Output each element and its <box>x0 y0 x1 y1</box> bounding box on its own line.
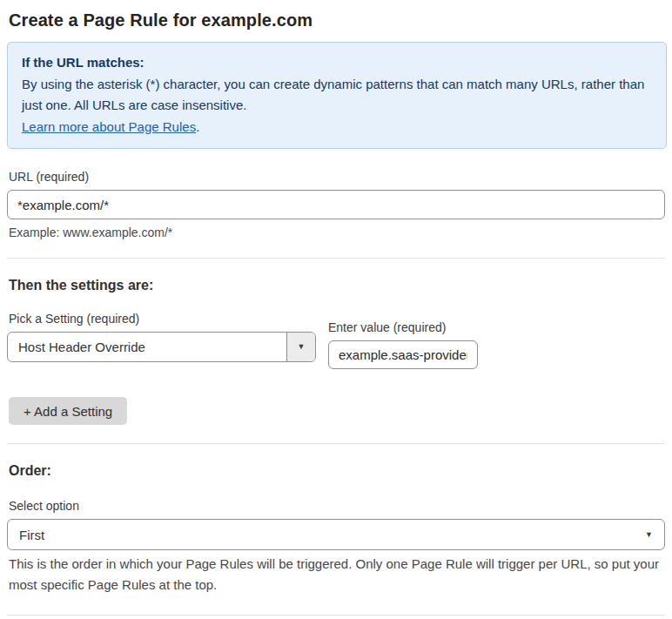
pick-setting-column: Pick a Setting (required) Host Header Ov… <box>9 312 328 362</box>
chevron-down-icon: ▼ <box>645 531 653 539</box>
url-field-label: URL (required) <box>9 170 663 184</box>
url-example-helper: Example: www.example.com/* <box>9 225 663 239</box>
settings-row: Pick a Setting (required) Host Header Ov… <box>9 312 663 369</box>
info-box-link-line: Learn more about Page Rules. <box>22 117 652 138</box>
enter-value-column: Enter value (required) <box>328 320 478 369</box>
chevron-down-icon: ▼ <box>298 343 306 351</box>
settings-section-heading: Then the settings are: <box>9 278 663 293</box>
order-select-label: Select option <box>9 499 663 513</box>
section-divider <box>7 443 665 444</box>
info-box-heading: If the URL matches: <box>22 52 652 74</box>
section-divider <box>7 258 665 259</box>
info-box-body: By using the asterisk (*) character, you… <box>22 74 652 117</box>
url-input[interactable] <box>7 190 665 219</box>
order-select[interactable]: First ▼ <box>7 519 665 550</box>
footer-divider <box>7 615 665 616</box>
pick-setting-label: Pick a Setting (required) <box>9 312 328 326</box>
link-suffix: . <box>196 119 199 134</box>
order-section-heading: Order: <box>9 463 663 479</box>
pick-setting-selected-value: Host Header Override <box>8 333 286 361</box>
add-setting-button[interactable]: + Add a Setting <box>9 397 127 425</box>
pick-setting-dropdown[interactable]: Host Header Override ▼ <box>7 332 316 362</box>
enter-value-label: Enter value (required) <box>328 320 478 334</box>
learn-more-link[interactable]: Learn more about Page Rules <box>22 119 196 134</box>
order-selected-value: First <box>19 528 645 542</box>
url-match-info-box: If the URL matches: By using the asteris… <box>7 42 667 149</box>
page-rule-form: Create a Page Rule for example.com If th… <box>0 0 672 619</box>
order-description: This is the order in which your Page Rul… <box>9 554 660 595</box>
page-title: Create a Page Rule for example.com <box>9 10 663 30</box>
setting-value-input[interactable] <box>328 340 478 369</box>
pick-setting-dropdown-button[interactable]: ▼ <box>286 333 315 361</box>
